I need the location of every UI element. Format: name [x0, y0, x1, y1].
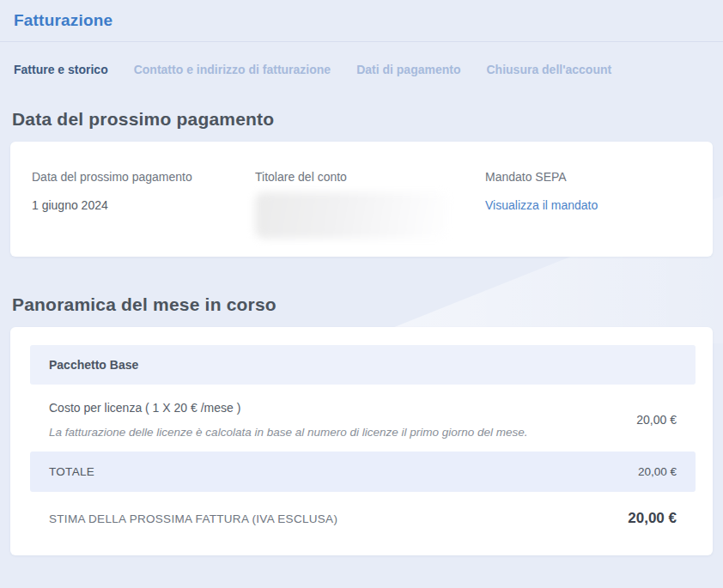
- next-invoice-estimate-row: STIMA DELLA PROSSIMA FATTURA (IVA ESCLUS…: [30, 492, 696, 533]
- tab-billing-contact-address[interactable]: Contatto e indirizzo di fatturazione: [134, 63, 331, 76]
- next-invoice-estimate-label: STIMA DELLA PROSSIMA FATTURA (IVA ESCLUS…: [49, 512, 337, 525]
- page-title: Fatturazione: [14, 11, 709, 30]
- next-payment-card: Data del prossimo pagamento 1 giugno 202…: [10, 142, 713, 257]
- package-name-row: Pacchetto Base: [30, 345, 696, 385]
- view-mandate-link[interactable]: Visualizza il mandato: [485, 198, 692, 212]
- next-payment-date-label: Data del prossimo pagamento: [32, 170, 255, 184]
- next-payment-heading: Data del prossimo pagamento: [12, 109, 711, 130]
- billing-tabs: Fatture e storico Contatto e indirizzo d…: [0, 42, 723, 78]
- total-amount: 20,00 €: [638, 465, 677, 478]
- sepa-mandate-field: Mandato SEPA Visualizza il mandato: [485, 170, 692, 239]
- total-row: TOTALE 20,00 €: [30, 452, 696, 492]
- tab-payment-details[interactable]: Dati di pagamento: [356, 63, 460, 76]
- next-payment-date-value: 1 giugno 2024: [32, 198, 255, 212]
- tab-invoices-history[interactable]: Fatture e storico: [14, 63, 108, 76]
- current-month-overview-card: Pacchetto Base Costo per licenza ( 1 X 2…: [10, 327, 713, 555]
- next-invoice-estimate-amount: 20,00 €: [628, 510, 677, 527]
- account-holder-field: Titolare del conto: [255, 170, 485, 239]
- license-cost-amount: 20,00 €: [636, 413, 677, 427]
- sepa-mandate-label: Mandato SEPA: [485, 170, 692, 184]
- account-holder-label: Titolare del conto: [255, 170, 485, 184]
- license-billing-note: La fatturazione delle licenze è calcolat…: [49, 426, 528, 439]
- license-cost-row: Costo per licenza ( 1 X 20 € /mese ) La …: [30, 385, 696, 452]
- billing-page: Fatturazione Fatture e storico Contatto …: [0, 0, 723, 555]
- next-payment-date-field: Data del prossimo pagamento 1 giugno 202…: [32, 170, 255, 239]
- license-cost-text: Costo per licenza ( 1 X 20 € /mese ) La …: [49, 401, 528, 439]
- total-label: TOTALE: [49, 465, 94, 478]
- current-month-overview-heading: Panoramica del mese in corso: [12, 294, 711, 315]
- page-header: Fatturazione: [0, 0, 723, 42]
- license-cost-label: Costo per licenza ( 1 X 20 € /mese ): [49, 401, 528, 415]
- tab-account-closure[interactable]: Chiusura dell'account: [487, 63, 612, 76]
- account-holder-redacted-value: [255, 192, 451, 239]
